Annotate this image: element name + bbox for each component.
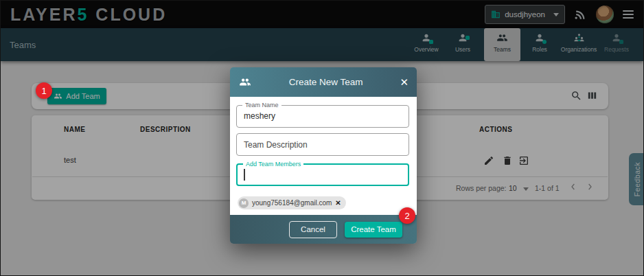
member-chip-avatar: M <box>239 198 249 208</box>
dialog-footer: Cancel Create Team <box>230 215 417 244</box>
dialog-header: Create New Team ✕ <box>230 67 417 97</box>
dialog-title: Create New Team <box>252 77 400 87</box>
step-2-badge: 2 <box>399 207 415 224</box>
team-description-field[interactable]: Team Description <box>236 133 409 156</box>
app-window: LAYER5CLOUD dusdjhyeon Teams Overview <box>0 0 644 276</box>
team-name-value: meshery <box>244 111 275 121</box>
text-cursor <box>244 169 245 181</box>
team-description-placeholder: Team Description <box>244 140 308 150</box>
team-name-label: Team Name <box>242 102 281 108</box>
cancel-button[interactable]: Cancel <box>289 221 337 238</box>
member-chip[interactable]: M young756184@gmail.com ✕ <box>238 196 346 209</box>
add-team-members-label: Add Team Members <box>243 161 303 168</box>
step-1-badge: 1 <box>36 82 52 99</box>
create-new-team-dialog: Create New Team ✕ Team Name meshery Team… <box>230 67 417 244</box>
member-chip-remove-icon[interactable]: ✕ <box>335 199 341 207</box>
close-icon[interactable]: ✕ <box>400 77 409 87</box>
dialog-body: Team Name meshery Team Description Add T… <box>230 97 417 215</box>
member-chip-email: young756184@gmail.com <box>252 199 332 207</box>
add-team-members-field[interactable]: Add Team Members <box>236 163 409 186</box>
dialog-group-icon <box>238 76 252 88</box>
team-name-field[interactable]: Team Name meshery <box>236 105 409 128</box>
create-team-button[interactable]: Create Team <box>345 222 402 238</box>
